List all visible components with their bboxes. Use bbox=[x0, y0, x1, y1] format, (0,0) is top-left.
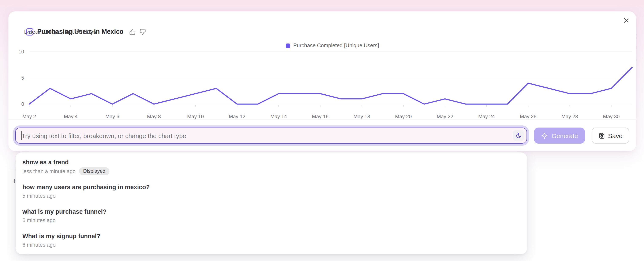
x-axis-tick-label: May 14 bbox=[270, 114, 287, 119]
save-button[interactable]: Save bbox=[592, 128, 629, 144]
history-item-query: how many users are purchasing in mexico? bbox=[22, 183, 520, 191]
x-axis-tick-label: May 16 bbox=[312, 114, 328, 119]
x-axis-tick-label: May 20 bbox=[395, 114, 412, 119]
thumbs-down-button[interactable] bbox=[139, 28, 146, 35]
chart-series-line[interactable] bbox=[29, 67, 632, 104]
section-divider bbox=[8, 120, 636, 120]
x-axis-tick-label: May 4 bbox=[64, 114, 78, 119]
x-axis-tick-label: May 22 bbox=[437, 114, 454, 119]
history-item-meta: less than a minute agoDisplayed bbox=[22, 167, 520, 175]
sparkle-icon bbox=[541, 132, 548, 139]
history-item-meta: 5 minutes ago bbox=[22, 192, 520, 200]
close-button[interactable] bbox=[621, 15, 632, 26]
history-item[interactable]: what is my purchase funnel?6 minutes ago bbox=[16, 204, 527, 228]
prompt-input-wrapper bbox=[15, 128, 527, 144]
thumbs-up-button[interactable] bbox=[129, 28, 136, 35]
history-clock-icon bbox=[515, 132, 522, 139]
x-axis-tick-label: May 30 bbox=[603, 114, 620, 119]
history-item[interactable]: how many users are purchasing in mexico?… bbox=[16, 179, 527, 204]
x-axis-tick-label: May 24 bbox=[478, 114, 495, 119]
x-axis-tick-label: May 8 bbox=[147, 114, 161, 119]
x-axis-tick-label: May 28 bbox=[562, 114, 578, 119]
history-item-query: what is my purchase funnel? bbox=[22, 207, 520, 216]
chart-subtitle: Linear, unique, last 30 days bbox=[24, 28, 96, 35]
chart-card: Purchasing Users in Mexico Linear, uniqu… bbox=[8, 11, 636, 151]
prompt-input[interactable] bbox=[16, 128, 526, 143]
line-chart[interactable]: 0510May 2May 4May 6May 8May 10May 12May … bbox=[8, 46, 636, 122]
history-item-query: show as a trend bbox=[22, 158, 520, 166]
history-item-query: What is my signup funnel? bbox=[22, 232, 520, 240]
history-item[interactable]: show as a trendless than a minute agoDis… bbox=[16, 154, 527, 179]
save-icon bbox=[598, 132, 605, 139]
text-caret bbox=[21, 131, 21, 140]
generate-button[interactable]: Generate bbox=[534, 128, 585, 144]
x-axis-tick-label: May 6 bbox=[106, 114, 119, 119]
page-background: Purchasing Users in Mexico Linear, uniqu… bbox=[0, 0, 644, 261]
history-item-time: 5 minutes ago bbox=[22, 192, 56, 200]
history-button[interactable] bbox=[513, 130, 524, 141]
history-item-badge: Displayed bbox=[79, 167, 110, 175]
x-axis-tick-label: May 10 bbox=[187, 114, 204, 119]
generate-label: Generate bbox=[552, 132, 578, 139]
history-item-time: 6 minutes ago bbox=[22, 217, 56, 224]
y-axis-tick-label: 5 bbox=[21, 75, 24, 81]
history-item-meta: 6 minutes ago bbox=[22, 241, 520, 249]
save-label: Save bbox=[608, 132, 622, 139]
y-axis-tick-label: 0 bbox=[21, 101, 24, 107]
history-item-meta: 6 minutes ago bbox=[22, 217, 520, 224]
history-dropdown: show as a trendless than a minute agoDis… bbox=[16, 152, 527, 254]
history-item-time: less than a minute ago bbox=[22, 167, 76, 175]
x-axis-tick-label: May 18 bbox=[354, 114, 370, 119]
x-axis-tick-label: May 2 bbox=[22, 114, 36, 119]
history-item-time: 6 minutes ago bbox=[22, 241, 56, 249]
x-axis-tick-label: May 26 bbox=[520, 114, 536, 119]
history-item[interactable]: What is my signup funnel?6 minutes ago bbox=[16, 228, 527, 253]
x-axis-tick-label: May 12 bbox=[229, 114, 246, 119]
y-axis-tick-label: 10 bbox=[18, 49, 24, 54]
